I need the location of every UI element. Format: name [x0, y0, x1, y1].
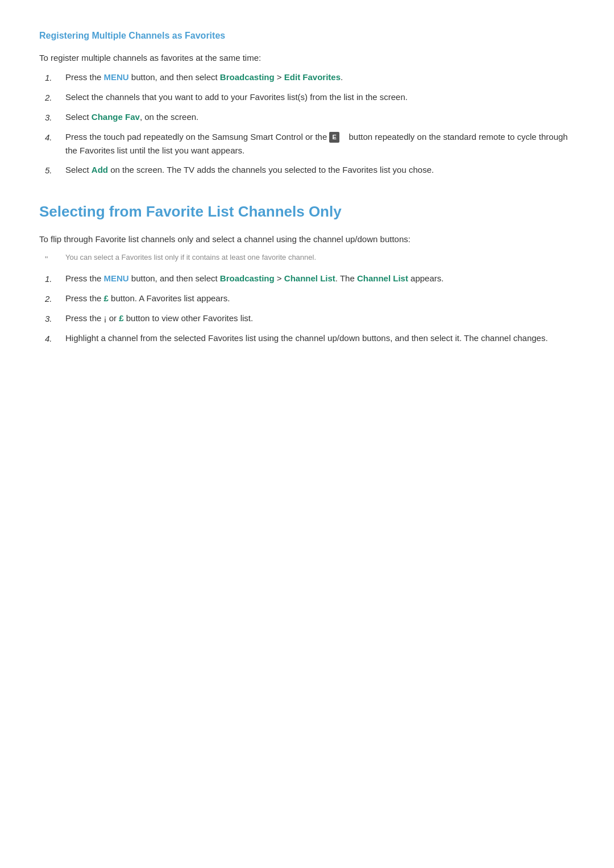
step-content: Press the MENU button, and then select B…	[65, 272, 575, 285]
pound-keyword2: £	[119, 313, 123, 323]
add-keyword: Add	[92, 165, 108, 175]
step-content: Select the channels that you want to add…	[65, 90, 575, 104]
edit-favorites-keyword: Edit Favorites	[284, 72, 341, 82]
step-content: Press the ¡ or £ button to view other Fa…	[65, 312, 575, 325]
step-number: 3.	[45, 312, 65, 326]
step-number: 2.	[45, 90, 65, 105]
section-selecting: Selecting from Favorite List Channels On…	[39, 200, 575, 346]
section2-title: Selecting from Favorite List Channels On…	[39, 200, 575, 224]
section1-title: Registering Multiple Channels as Favorit…	[39, 28, 575, 43]
step-content: Select Change Fav, on the screen.	[65, 110, 575, 124]
step-item: 4. Highlight a channel from the selected…	[39, 331, 575, 346]
step-item: 1. Press the MENU button, and then selec…	[39, 70, 575, 85]
step-item: 2. Select the channels that you want to …	[39, 90, 575, 105]
step-content: Press the touch pad repeatedly on the Sa…	[65, 130, 575, 157]
section1-intro: To register multiple channels as favorit…	[39, 51, 575, 65]
channel-list-keyword2: Channel List	[357, 273, 408, 283]
step-item: 2. Press the £ button. A Favorites list …	[39, 292, 575, 306]
step-item: 5. Select Add on the screen. The TV adds…	[39, 163, 575, 177]
step-content: Press the £ button. A Favorites list app…	[65, 292, 575, 305]
menu-keyword: MENU	[104, 273, 129, 283]
broadcasting-keyword: Broadcasting	[220, 72, 275, 82]
step-number: 3.	[45, 110, 65, 124]
section-registering: Registering Multiple Channels as Favorit…	[39, 28, 575, 177]
menu-keyword: MENU	[104, 72, 129, 82]
note-marker: "	[45, 252, 65, 266]
step-number: 1.	[45, 272, 65, 286]
section2-steps: " You can select a Favorites list only i…	[39, 252, 575, 346]
step-number: 1.	[45, 70, 65, 85]
step-content: Select Add on the screen. The TV adds th…	[65, 163, 575, 177]
broadcasting-keyword: Broadcasting	[220, 273, 275, 283]
pound-keyword: £	[104, 293, 109, 303]
step-item: 3. Select Change Fav, on the screen.	[39, 110, 575, 124]
change-fav-keyword: Change Fav	[92, 112, 140, 122]
channel-list-keyword: Channel List	[284, 273, 335, 283]
step-number: 4.	[45, 130, 65, 144]
step-content: Highlight a channel from the selected Fa…	[65, 331, 575, 345]
step-number: 2.	[45, 292, 65, 306]
step-item: 3. Press the ¡ or £ button to view other…	[39, 312, 575, 326]
note-content: You can select a Favorites list only if …	[65, 252, 316, 264]
step-number: 5.	[45, 163, 65, 177]
section2-intro: To flip through Favorite list channels o…	[39, 232, 575, 246]
section1-steps: 1. Press the MENU button, and then selec…	[39, 70, 575, 177]
e-button-icon: E	[329, 132, 339, 143]
step-number: 4.	[45, 331, 65, 346]
step-content: Press the MENU button, and then select B…	[65, 70, 575, 84]
inverted-exclamation: ¡	[104, 313, 107, 323]
step-item: 4. Press the touch pad repeatedly on the…	[39, 130, 575, 157]
step-item: 1. Press the MENU button, and then selec…	[39, 272, 575, 286]
note-item: " You can select a Favorites list only i…	[39, 252, 575, 266]
